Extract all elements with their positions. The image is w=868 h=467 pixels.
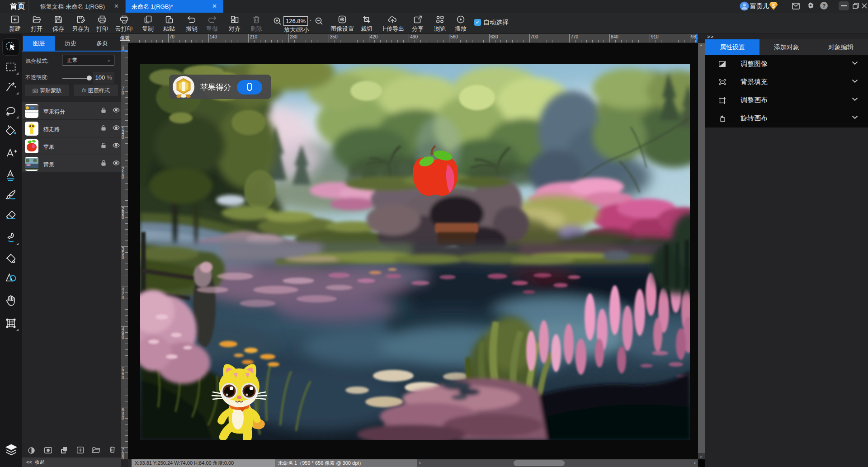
svg-text:?: ?: [822, 3, 826, 9]
svg-text:S: S: [772, 4, 775, 9]
svg-text:苹果得分: 苹果得分: [200, 83, 231, 92]
svg-text:0: 0: [246, 80, 253, 93]
